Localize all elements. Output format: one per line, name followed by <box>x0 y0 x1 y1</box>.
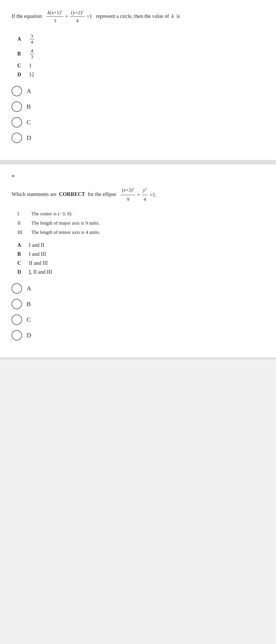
q1-radio-d[interactable]: D <box>12 133 264 143</box>
star-marker: * <box>12 173 264 181</box>
q2-mid: for the ellipse <box>88 192 116 197</box>
q2-radio-circle-d[interactable] <box>12 330 22 340</box>
q2-prefix: Which statements are <box>12 192 56 197</box>
statement-iii: III The length of minor axis is 4 units. <box>17 230 264 235</box>
q1-radio-circle-b[interactable] <box>12 101 22 112</box>
q2-radio-label-b: B <box>27 300 31 308</box>
q2-radio-circle-c[interactable] <box>12 314 22 325</box>
q2-frac2: y2 4 <box>142 186 148 204</box>
q1-equation: k(x+1)2 3 + (y+2)2 4 =1 <box>46 9 92 25</box>
q1-radio-circle-a[interactable] <box>12 86 22 96</box>
q2-opt-b: B I and III <box>17 251 264 257</box>
q2-options-table: A I and II B I and III C II and III D I,… <box>17 242 264 275</box>
q1-options-table: A 3 4 B 4 3 C 1 D 12 <box>17 33 264 78</box>
q2-radio-label-a: A <box>27 285 31 292</box>
q2-opt-d: D I, II and III <box>17 269 264 275</box>
q1-variable: k <box>172 13 174 19</box>
q1-radio-label-d: D <box>27 134 31 142</box>
question-1-text: If the equation k(x+1)2 3 + (y+2)2 4 =1 … <box>12 9 264 25</box>
q1-prefix: If the equation <box>12 13 42 19</box>
q1-suffix: represent a circle, then the value of <box>96 13 169 19</box>
statement-ii: II The length of major axis is 9 units. <box>17 220 264 226</box>
q1-radio-label-c: C <box>27 119 31 126</box>
statement-i: I The center is (−3, 0). <box>17 211 264 217</box>
q1-frac2: (y+2)2 4 <box>70 9 85 25</box>
q1-radio-options: A B C D <box>12 86 264 143</box>
statements-section: I The center is (−3, 0). II The length o… <box>17 211 264 235</box>
q2-question-text: Which statements are CORRECT for the ell… <box>12 186 264 204</box>
q1-frac1: k(x+1)2 3 <box>46 9 63 25</box>
q1-suffix2: is <box>176 13 180 19</box>
q2-radio-label-c: C <box>27 316 31 323</box>
q1-radio-circle-c[interactable] <box>12 117 22 127</box>
q2-radio-options: A B C D <box>12 283 264 340</box>
q2-radio-c[interactable]: C <box>12 314 264 325</box>
question-2-block: * Which statements are CORRECT for the e… <box>0 164 276 359</box>
q2-radio-b[interactable]: B <box>12 299 264 309</box>
q1-radio-c[interactable]: C <box>12 117 264 127</box>
q1-radio-label-b: B <box>27 103 31 110</box>
q2-frac1: (x+3)2 9 <box>121 186 135 204</box>
q2-radio-circle-a[interactable] <box>12 283 22 294</box>
q2-opt-c: C II and III <box>17 260 264 266</box>
q2-bold-word: CORRECT <box>59 192 85 197</box>
q2-radio-label-d: D <box>27 332 31 339</box>
q1-opt-c: C 1 <box>17 63 264 69</box>
q1-radio-b[interactable]: B <box>12 101 264 112</box>
q1-opt-d: D 12 <box>17 72 264 78</box>
q1-opt-b: B 4 3 <box>17 48 264 60</box>
q2-radio-circle-b[interactable] <box>12 299 22 309</box>
question-1-block: If the equation k(x+1)2 3 + (y+2)2 4 =1 … <box>0 0 276 162</box>
q2-radio-a[interactable]: A <box>12 283 264 294</box>
separator <box>0 162 276 164</box>
q2-radio-d[interactable]: D <box>12 330 264 340</box>
q1-radio-circle-d[interactable] <box>12 133 22 143</box>
q2-equation: (x+3)2 9 + y2 4 =1. <box>120 186 156 204</box>
q1-radio-a[interactable]: A <box>12 86 264 96</box>
q1-radio-label-a: A <box>27 87 31 95</box>
q2-opt-a: A I and II <box>17 242 264 248</box>
q1-opt-a: A 3 4 <box>17 33 264 45</box>
